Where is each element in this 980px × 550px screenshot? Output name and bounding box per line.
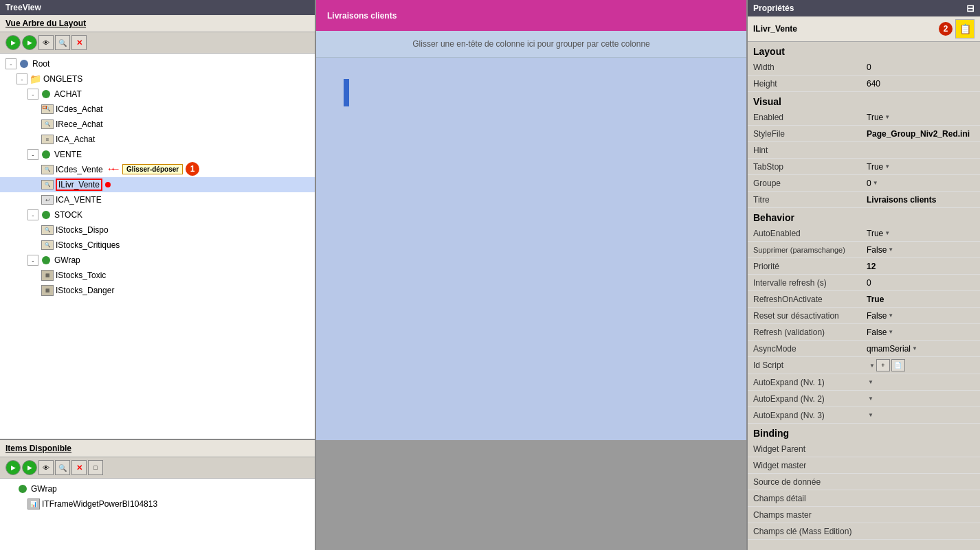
toolbar-btn-eye[interactable]: 👁 <box>38 35 54 50</box>
autoexpand1-dropdown-arrow[interactable]: ▼ <box>868 379 873 385</box>
expander-onglets[interactable]: - <box>16 73 27 84</box>
props-row-refresh-validation[interactable]: Refresh (validation) False ▼ <box>748 324 980 341</box>
idscript-edit-button[interactable]: 📄 <box>891 359 905 371</box>
items-btn-play1[interactable]: ▶ <box>5 460 21 475</box>
items-btn-extra[interactable]: □ <box>88 460 103 475</box>
props-row-widget-parent[interactable]: Widget Parent <box>748 441 980 457</box>
tree-node-istocks-dispo[interactable]: 🔍 IStocks_Dispo <box>0 222 315 238</box>
props-row-champs-cle[interactable]: Champs clé (Mass Edition) <box>748 523 980 540</box>
expander-achat[interactable]: - <box>27 89 38 100</box>
props-row-groupe[interactable]: Groupe 0 ▼ <box>748 175 980 192</box>
items-btn-play2[interactable]: ▶ <box>22 460 37 475</box>
toolbar-btn-close[interactable]: ✕ <box>71 35 87 50</box>
props-row-tabstop[interactable]: TabStop True ▼ <box>748 159 980 175</box>
left-panel: TreeView Vue Arbre du Layout ▶ ▶ 👁 🔍 ✕ -… <box>0 0 316 550</box>
props-row-priorite[interactable]: Priorité 12 <box>748 258 980 275</box>
widget-icon-istocks-danger: ▦ <box>41 284 54 297</box>
props-key-autoexpand2: AutoExpand (Nv. 2) <box>753 394 867 404</box>
tree-node-stock[interactable]: - STOCK <box>0 207 315 222</box>
reset-dropdown-arrow[interactable]: ▼ <box>888 312 893 319</box>
props-row-autoexpand2[interactable]: AutoExpand (Nv. 2) ▼ <box>748 391 980 407</box>
section-visual-title: Visual <box>748 92 980 109</box>
items-btn-close[interactable]: ✕ <box>71 460 87 475</box>
props-val-refreshonactivate: True <box>867 295 975 304</box>
toolbar-btn-play1[interactable]: ▶ <box>5 35 21 50</box>
autoexpand2-dropdown-arrow[interactable]: ▼ <box>868 396 873 402</box>
props-row-supprimer[interactable]: Supprimer (paramschange) False ▼ <box>748 242 980 258</box>
asyncmode-dropdown-arrow[interactable]: ▼ <box>912 345 917 352</box>
supprimer-dropdown-arrow[interactable]: ▼ <box>888 247 893 253</box>
expander-root[interactable]: - <box>5 58 16 69</box>
widget-icon-icdes-vente: 🔍 <box>41 163 54 176</box>
props-row-refreshonactivate[interactable]: RefreshOnActivate True <box>748 291 980 308</box>
tree-node-icdes-achat[interactable]: 🔍 ICdes_Achat <box>0 102 315 117</box>
tree-node-istocks-danger[interactable]: ▦ IStocks_Danger <box>0 283 315 298</box>
props-row-hint[interactable]: Hint <box>748 142 980 159</box>
props-key-intervalle: Intervalle refresh (s) <box>753 278 867 288</box>
items-gwrap[interactable]: GWrap <box>0 481 315 496</box>
expander-vente[interactable]: - <box>27 149 38 160</box>
tabstop-dropdown-arrow[interactable]: ▼ <box>884 163 890 170</box>
tree-node-root[interactable]: - Root <box>0 56 315 71</box>
group-icon-gwrap <box>40 254 52 266</box>
props-row-enabled[interactable]: Enabled True ▼ <box>748 109 980 126</box>
tree-node-ilivr-vente[interactable]: 🔍 ILivr_Vente ← Glisser-déposer 1 <box>0 177 315 192</box>
props-row-intervalle[interactable]: Intervalle refresh (s) 0 <box>748 275 980 291</box>
props-row-widget-master[interactable]: Widget master <box>748 457 980 474</box>
tree-node-istocks-toxic[interactable]: ▦ IStocks_Toxic <box>0 268 315 283</box>
props-key-hint: Hint <box>753 146 867 155</box>
props-key-asyncmode: AsyncMode <box>753 344 867 354</box>
props-row-champs-detail[interactable]: Champs détail <box>748 490 980 507</box>
tree-node-vente[interactable]: - VENTE <box>0 147 315 162</box>
widget-icon-irece-achat: 🔍 <box>41 118 54 130</box>
ica-vente-label: ICA_VENTE <box>56 195 102 205</box>
items-itframe[interactable]: 📊 ITFrameWidgetPowerBI104813 <box>0 496 315 512</box>
groupe-value: 0 <box>867 179 871 188</box>
autoexpand3-dropdown-arrow[interactable]: ▼ <box>868 412 873 418</box>
props-row-stylefile[interactable]: StyleFile Page_Group_Niv2_Red.ini <box>748 126 980 142</box>
vente-label: VENTE <box>54 150 82 159</box>
tree-node-ica-vente[interactable]: ↩ ICA_VENTE <box>0 192 315 207</box>
idscript-dropdown-arrow[interactable]: ▼ <box>869 363 875 369</box>
props-row-width[interactable]: Width 0 <box>748 59 980 76</box>
tree-node-onglets[interactable]: - 📁 ONGLETS <box>0 71 315 87</box>
props-key-champs-cle: Champs clé (Mass Edition) <box>753 527 867 536</box>
props-row-autoexpand3[interactable]: AutoExpand (Nv. 3) ▼ <box>748 407 980 424</box>
istocks-dispo-label: IStocks_Dispo <box>56 225 109 235</box>
props-row-titre[interactable]: Titre Livraisons clients <box>748 192 980 208</box>
props-row-height[interactable]: Height 640 <box>748 76 980 92</box>
tree-node-achat[interactable]: - ACHAT <box>0 87 315 102</box>
toolbar-btn-search[interactable]: 🔍 <box>55 35 70 50</box>
autoenabled-dropdown-arrow[interactable]: ▼ <box>884 230 890 236</box>
idscript-add-button[interactable]: + <box>876 359 890 371</box>
expander-gwrap[interactable]: - <box>27 255 38 266</box>
toolbar-btn-play2[interactable]: ▶ <box>22 35 37 50</box>
props-row-champs-master[interactable]: Champs master <box>748 507 980 523</box>
props-row-reset[interactable]: Reset sur désactivation False ▼ <box>748 308 980 324</box>
enabled-dropdown-arrow[interactable]: ▼ <box>884 114 890 120</box>
livraison-header: Livraisons clients <box>316 0 746 31</box>
props-pin-icon[interactable]: ⊟ <box>966 3 975 14</box>
props-row-autoenabled[interactable]: AutoEnabled True ▼ <box>748 225 980 242</box>
props-key-reset: Reset sur désactivation <box>753 311 867 321</box>
props-row-asyncmode[interactable]: AsyncMode qmamSerial ▼ <box>748 341 980 357</box>
props-row-idscript[interactable]: Id Script ▼ + 📄 <box>748 357 980 374</box>
props-row-source-donnee[interactable]: Source de donnée <box>748 474 980 490</box>
tree-node-ica-achat[interactable]: ≡ ICA_Achat <box>0 132 315 147</box>
group-icon-vente <box>40 148 52 161</box>
props-key-autoenabled: AutoEnabled <box>753 229 867 238</box>
expander-stock[interactable]: - <box>27 209 38 220</box>
props-title-bar: ILivr_Vente 2 📋 <box>748 16 980 42</box>
props-row-autoexpand1[interactable]: AutoExpand (Nv. 1) ▼ <box>748 374 980 391</box>
treeview-section-title: Vue Arbre du Layout <box>0 15 315 32</box>
items-btn-search[interactable]: 🔍 <box>55 460 70 475</box>
tree-node-gwrap[interactable]: - GWrap <box>0 253 315 268</box>
enabled-value: True <box>867 113 883 122</box>
tree-node-irece-achat[interactable]: 🔍 IRece_Achat <box>0 117 315 132</box>
props-copy-button[interactable]: 📋 <box>955 19 975 38</box>
tree-node-icdes-vente[interactable]: 🔍 ICdes_Vente ← <box>0 162 315 177</box>
items-btn-eye[interactable]: 👁 <box>38 460 54 475</box>
tree-node-istocks-critiques[interactable]: 🔍 IStocks_Critiques <box>0 238 315 253</box>
groupe-dropdown-arrow[interactable]: ▼ <box>873 180 878 186</box>
refresh-validation-dropdown-arrow[interactable]: ▼ <box>888 329 893 335</box>
